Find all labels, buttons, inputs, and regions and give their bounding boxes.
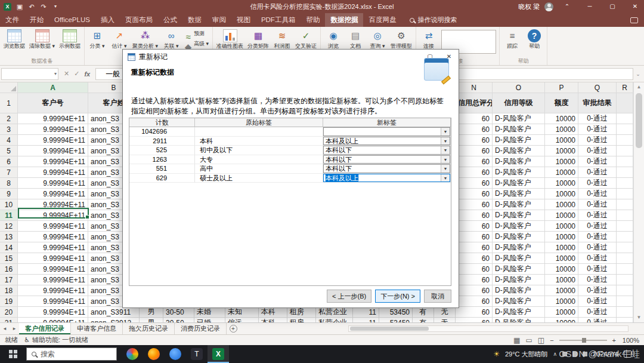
cell-A3[interactable]: 9.99994E+11: [18, 124, 88, 135]
cell-R7[interactable]: [617, 167, 633, 178]
zoom-in-icon[interactable]: +: [612, 337, 616, 344]
cell-O16[interactable]: D-风险客户: [493, 264, 545, 275]
tray-expand-icon[interactable]: ∧: [553, 351, 558, 357]
cell-R11[interactable]: [617, 210, 633, 221]
colorful-browser-icon[interactable]: [122, 345, 143, 363]
sheet-tab-拖欠历史记录[interactable]: 拖欠历史记录: [123, 323, 175, 334]
maximize-button[interactable]: ▢: [603, 0, 621, 13]
cell-D21[interactable]: 30-50: [163, 318, 194, 322]
ribbon-button-浏览[interactable]: ◉浏览: [323, 28, 344, 49]
cell-Q7[interactable]: 0-通过: [578, 167, 617, 178]
cell-B21[interactable]: anon_S3912: [88, 318, 140, 322]
cell-P5[interactable]: 10000: [545, 146, 578, 156]
cell-D20[interactable]: 30-50: [163, 307, 194, 318]
ribbon-tab-OfficePLUS[interactable]: OfficePLUS: [49, 13, 95, 27]
cell-P8[interactable]: 10000: [545, 178, 578, 189]
cell-N13[interactable]: 60: [456, 232, 493, 242]
cell-P2[interactable]: 10000: [545, 113, 578, 124]
sheet-tab-申请客户信息[interactable]: 申请客户信息: [71, 323, 123, 334]
row-header-17[interactable]: 17: [0, 275, 18, 285]
cell-A13[interactable]: 9.99994E+11: [18, 232, 88, 242]
ribbon-button-准确性图表[interactable]: 准确性图表: [215, 28, 245, 49]
sheet-nav-right-icon[interactable]: ▸: [10, 323, 19, 334]
cell-N5[interactable]: 60: [456, 146, 493, 156]
ribbon-button-文档[interactable]: ▤文档: [345, 28, 366, 49]
cell-K21[interactable]: 53450: [379, 318, 413, 322]
cell-O18[interactable]: D-风险客户: [493, 285, 545, 296]
row-header-21[interactable]: 21: [0, 318, 18, 322]
combobox-dropdown-icon[interactable]: ▼: [441, 137, 450, 145]
ribbon-display-options-icon[interactable]: ⌃: [558, 0, 576, 13]
cell-R3[interactable]: [617, 124, 633, 135]
cell-Q10[interactable]: 0-通过: [578, 199, 617, 210]
cell-A14[interactable]: 9.99994E+11: [18, 242, 88, 253]
new-label-combobox[interactable]: ▼: [323, 127, 450, 136]
ribbon-button-管理模型[interactable]: ⚙管理模型: [389, 28, 414, 49]
ribbon-button-高级[interactable]: ◆高级 ▾: [182, 39, 210, 48]
cell-N6[interactable]: 60: [456, 156, 493, 167]
select-all-corner[interactable]: [0, 82, 18, 93]
page-break-view-icon[interactable]: ◫: [538, 336, 544, 344]
cell-A7[interactable]: 9.99994E+11: [18, 167, 88, 178]
cell-N11[interactable]: 60: [456, 210, 493, 221]
cell-Q17[interactable]: 0-通过: [578, 275, 617, 285]
cell-Q12[interactable]: 0-通过: [578, 221, 617, 232]
cell-A4[interactable]: 9.99994E+11: [18, 135, 88, 146]
cell-F21[interactable]: 偏远: [225, 318, 259, 322]
weather-text[interactable]: 29°C 大部晴朗: [505, 350, 548, 359]
typora-icon[interactable]: T: [186, 345, 208, 363]
row-header-3[interactable]: 3: [0, 124, 18, 135]
zoom-slider-thumb[interactable]: [582, 338, 586, 343]
quick-access-dropdown-icon[interactable]: ▾: [50, 0, 61, 13]
back-button[interactable]: < 上一步(B): [327, 290, 371, 303]
cell-Q11[interactable]: 0-通过: [578, 210, 617, 221]
cell-O9[interactable]: D-风险客户: [493, 189, 545, 199]
horizontal-scrollbar-thumb[interactable]: [350, 327, 429, 331]
confirm-entry-icon[interactable]: ✓: [74, 70, 79, 78]
close-button[interactable]: ✕: [626, 0, 644, 13]
ribbon-button-预测[interactable]: ≈预测: [182, 29, 210, 38]
row-header-13[interactable]: 13: [0, 232, 18, 242]
row-header-1[interactable]: 1: [0, 93, 18, 113]
cell-Q20[interactable]: 0-通过: [578, 307, 617, 318]
cell-E20[interactable]: 未婚: [194, 307, 225, 318]
cell-R12[interactable]: [617, 221, 633, 232]
excel-icon[interactable]: X: [208, 345, 229, 363]
row-header-14[interactable]: 14: [0, 242, 18, 253]
dialog-titlebar[interactable]: 重新标记 ▢ ✕: [123, 50, 459, 64]
ribbon-button-连接[interactable]: ⇄连接: [418, 28, 439, 49]
new-label-combobox[interactable]: 本科及以上▼: [323, 174, 450, 183]
cell-R14[interactable]: [617, 242, 633, 253]
cell-O4[interactable]: D-风险客户: [493, 135, 545, 146]
row-header-15[interactable]: 15: [0, 253, 18, 264]
cell-A9[interactable]: 9.99994E+11: [18, 189, 88, 199]
cell-N14[interactable]: 60: [456, 242, 493, 253]
ribbon-tab-PDF工具箱[interactable]: PDF工具箱: [256, 13, 301, 27]
cell-A6[interactable]: 9.99994E+11: [18, 156, 88, 167]
cell-P14[interactable]: 10000: [545, 242, 578, 253]
cell-C21[interactable]: 男: [140, 318, 163, 322]
cell-N16[interactable]: 60: [456, 264, 493, 275]
combobox-dropdown-icon[interactable]: ▼: [441, 156, 450, 164]
row-header-8[interactable]: 8: [0, 178, 18, 189]
new-label-combobox[interactable]: 本科以下▼: [323, 164, 450, 173]
ribbon-button-跟踪[interactable]: ≡跟踪: [501, 28, 523, 49]
cell-Q16[interactable]: 0-通过: [578, 264, 617, 275]
cell-O12[interactable]: D-风险客户: [493, 221, 545, 232]
cell-O15[interactable]: D-风险客户: [493, 253, 545, 264]
undo-icon[interactable]: ↶: [26, 0, 37, 13]
cancel-button[interactable]: 取消: [424, 290, 451, 303]
ribbon-button-帮助[interactable]: ?帮助: [524, 28, 545, 49]
ribbon-button-利润图[interactable]: ≋利润图: [271, 28, 293, 49]
combobox-dropdown-icon[interactable]: ▼: [441, 165, 450, 173]
cell-G20[interactable]: 本科: [259, 307, 287, 318]
cell-R1[interactable]: [617, 93, 633, 113]
cell-Q9[interactable]: 0-通过: [578, 189, 617, 199]
ribbon-tab-数据挖掘[interactable]: 数据挖掘: [325, 13, 363, 27]
cell-Q21[interactable]: 0-通过: [578, 318, 617, 322]
row-header-20[interactable]: 20: [0, 307, 18, 318]
cell-P1[interactable]: 额度: [545, 93, 578, 113]
cell-J21[interactable]: 11: [353, 318, 379, 322]
row-header-11[interactable]: 11: [0, 210, 18, 221]
zoom-out-icon[interactable]: −: [550, 337, 553, 344]
